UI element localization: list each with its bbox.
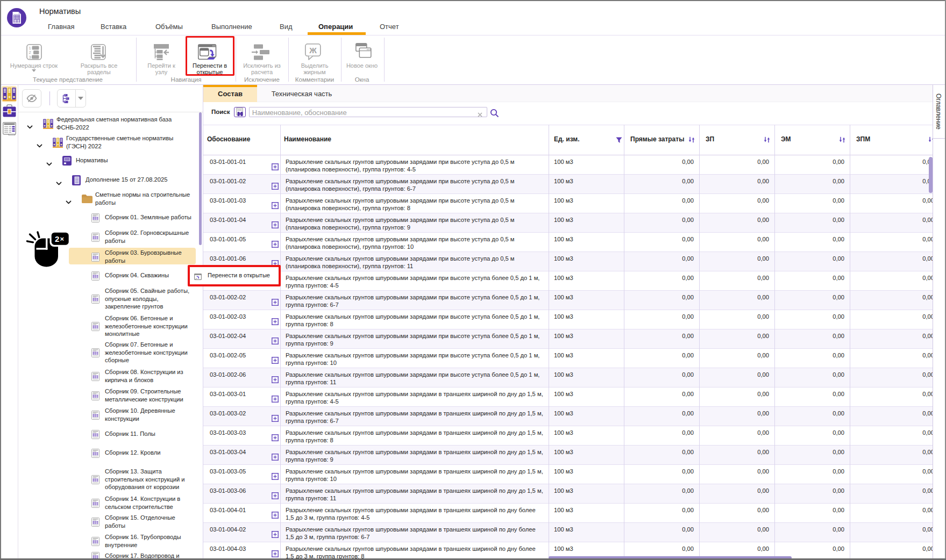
svg-text:Ж: Ж: [309, 46, 317, 55]
svg-text:×: ×: [60, 235, 65, 243]
svg-text:2: 2: [55, 234, 59, 243]
svg-text:3: 3: [29, 55, 31, 60]
